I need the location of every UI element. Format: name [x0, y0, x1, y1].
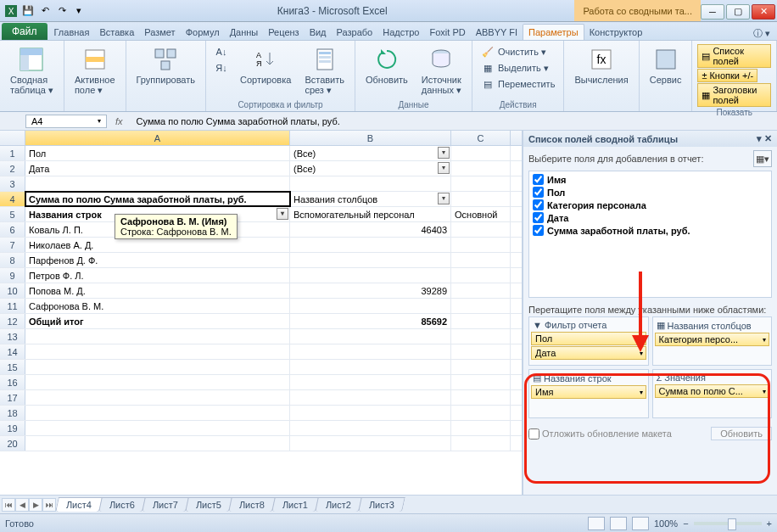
tab-foxit[interactable]: Foxit PD: [424, 25, 470, 40]
active-field-button[interactable]: Активное поле ▾: [70, 44, 120, 98]
field-list-toggle[interactable]: ▤Список полей: [697, 44, 771, 68]
field-checkbox[interactable]: [533, 212, 544, 223]
cell[interactable]: Николаев А. Д.: [25, 238, 290, 252]
cell[interactable]: Петров Ф. Л.: [25, 268, 290, 283]
cell[interactable]: [290, 176, 451, 191]
cell[interactable]: (Все): [290, 146, 451, 160]
sheet-tab[interactable]: Лист4: [55, 497, 103, 512]
row-header[interactable]: 10: [0, 283, 25, 298]
field-checkbox[interactable]: [533, 187, 544, 198]
tab-addins[interactable]: Надстро: [377, 25, 424, 40]
area-values[interactable]: ΣЗначения Сумма по полю С...: [652, 369, 773, 418]
cell[interactable]: [290, 360, 451, 374]
ribbon-help-icon[interactable]: ⓘ ▾: [746, 27, 777, 40]
filter-dropdown-icon[interactable]: [438, 193, 450, 204]
row-header[interactable]: 20: [0, 436, 25, 451]
cell[interactable]: [451, 222, 511, 237]
cell[interactable]: [290, 329, 451, 344]
cell[interactable]: Названия столбцов: [290, 192, 451, 206]
cell[interactable]: [25, 344, 290, 359]
sheet-next-icon[interactable]: ▶: [29, 498, 42, 512]
maximize-button[interactable]: ▢: [726, 4, 750, 20]
cell[interactable]: 46403: [290, 222, 451, 237]
area-report-filter[interactable]: ▼Фильтр отчета Пол Дата: [528, 316, 649, 366]
row-header[interactable]: 3: [0, 176, 25, 191]
row-header[interactable]: 5: [0, 207, 25, 221]
sheet-tab[interactable]: Лист5: [185, 497, 232, 512]
row-header[interactable]: 1: [0, 146, 25, 160]
sort-desc-button[interactable]: Я↓: [211, 60, 232, 76]
zoom-in-button[interactable]: +: [767, 518, 772, 529]
tools-button[interactable]: Сервис: [645, 44, 687, 87]
row-header[interactable]: 2: [0, 161, 25, 176]
cell[interactable]: Дата: [25, 161, 290, 176]
cell[interactable]: [25, 406, 290, 420]
row-header[interactable]: 16: [0, 375, 25, 389]
row-header[interactable]: 11: [0, 299, 25, 313]
refresh-button[interactable]: Обновить: [361, 44, 413, 87]
cell[interactable]: Попова М. Д.: [25, 283, 290, 298]
cell[interactable]: [451, 406, 511, 420]
cell[interactable]: [451, 268, 511, 283]
col-header-c[interactable]: C: [451, 131, 511, 145]
formula-input[interactable]: Сумма по полю Сумма заработной платы, ру…: [131, 115, 777, 127]
sheet-tab[interactable]: Лист1: [271, 497, 319, 512]
field-item[interactable]: Сумма заработной платы, руб.: [531, 224, 769, 237]
insert-slicer-button[interactable]: Вставить срез ▾: [299, 44, 349, 98]
tab-insert[interactable]: Вставка: [94, 25, 139, 40]
cell[interactable]: Пол: [25, 146, 290, 160]
tab-formulas[interactable]: Формул: [181, 25, 225, 40]
save-icon[interactable]: 💾: [20, 3, 36, 19]
row-header[interactable]: 18: [0, 406, 25, 420]
field-checkbox[interactable]: [533, 199, 544, 210]
sort-asc-button[interactable]: A↓: [211, 44, 232, 59]
col-header-a[interactable]: A: [25, 131, 290, 145]
val-item-sum[interactable]: Сумма по полю С...: [655, 384, 770, 398]
tab-review[interactable]: Реценз: [263, 25, 304, 40]
cell[interactable]: Вспомогательный персонал: [290, 207, 451, 221]
cell[interactable]: (Все): [290, 161, 451, 176]
cell[interactable]: [290, 406, 451, 420]
excel-icon[interactable]: X: [3, 3, 19, 19]
sheet-tab[interactable]: Лист8: [228, 497, 276, 512]
col-item-category[interactable]: Категория персо...: [655, 333, 770, 346]
row-header[interactable]: 19: [0, 421, 25, 435]
field-item[interactable]: Категория персонала: [531, 199, 769, 211]
area-row-labels[interactable]: ▤Названия строк Имя: [528, 369, 649, 418]
cell[interactable]: [25, 360, 290, 374]
row-item-name[interactable]: Имя: [531, 385, 646, 399]
view-break-button[interactable]: [632, 517, 649, 530]
cell[interactable]: [451, 253, 511, 267]
field-checkbox[interactable]: [533, 174, 544, 185]
cell[interactable]: [451, 192, 511, 206]
select-all-corner[interactable]: [0, 131, 25, 145]
cell[interactable]: Общий итог: [25, 314, 290, 328]
headers-toggle[interactable]: ▦Заголовки полей: [697, 83, 771, 107]
cell[interactable]: [290, 390, 451, 405]
tab-view[interactable]: Вид: [305, 25, 332, 40]
sheet-last-icon[interactable]: ⏭: [42, 498, 56, 512]
cell[interactable]: [451, 146, 511, 160]
row-header[interactable]: 14: [0, 344, 25, 359]
layout-config-button[interactable]: ▦▾: [753, 150, 772, 167]
cell[interactable]: 39289: [290, 283, 451, 298]
row-header[interactable]: 4: [0, 192, 25, 206]
row-header[interactable]: 9: [0, 268, 25, 283]
sheet-tab[interactable]: Лист7: [142, 497, 189, 512]
cell[interactable]: [290, 268, 451, 283]
buttons-toggle[interactable]: ±Кнопки +/-: [697, 69, 757, 82]
cell[interactable]: [451, 360, 511, 374]
cell[interactable]: [451, 176, 511, 191]
filter-dropdown-icon[interactable]: [438, 147, 450, 159]
tab-layout[interactable]: Размет: [139, 25, 180, 40]
cell[interactable]: [451, 299, 511, 313]
cell[interactable]: [451, 283, 511, 298]
field-checkbox[interactable]: [533, 225, 544, 236]
tab-developer[interactable]: Разрабо: [332, 25, 378, 40]
field-item[interactable]: Дата: [531, 211, 769, 224]
redo-icon[interactable]: ↷: [54, 3, 70, 19]
data-source-button[interactable]: Источник данных ▾: [416, 44, 467, 98]
field-item[interactable]: Пол: [531, 186, 769, 199]
cell[interactable]: [25, 329, 290, 344]
cell[interactable]: [451, 375, 511, 389]
